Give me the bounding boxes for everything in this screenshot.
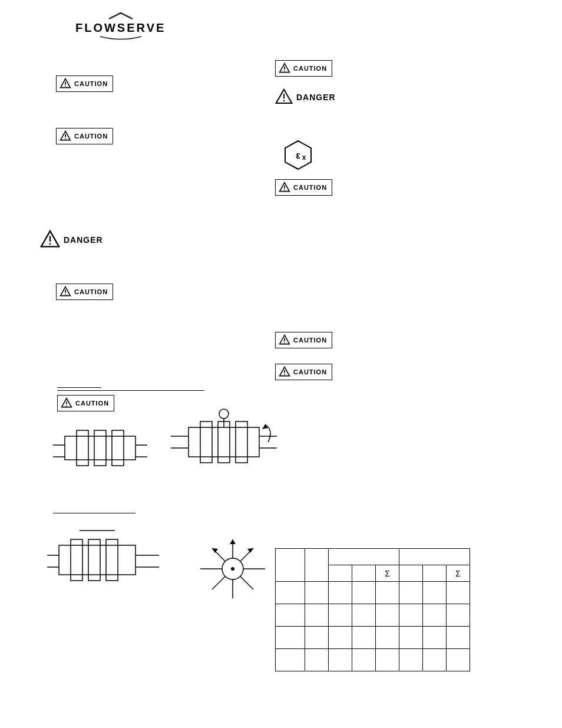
caution-label-r2: CAUTION: [293, 184, 327, 191]
table-subheader-sigma-1: Σ: [376, 565, 399, 582]
svg-point-17: [284, 189, 285, 190]
caution-label-r1: CAUTION: [293, 65, 327, 72]
table-row: [276, 582, 470, 604]
caution-triangle-icon-r4: [279, 366, 290, 378]
caution-triangle-icon-r3: [279, 334, 290, 346]
svg-point-26: [284, 342, 285, 343]
svg-marker-73: [247, 548, 253, 553]
table-cell: [447, 627, 470, 649]
valve-drawing-2-icon: [171, 407, 277, 483]
table-cell: [399, 627, 423, 649]
table-cell: [276, 582, 305, 604]
svg-point-23: [65, 294, 66, 295]
caution-triangle-icon: [59, 78, 71, 90]
caution-label-r4: CAUTION: [293, 368, 327, 375]
table-cell: [423, 627, 447, 649]
table-row: [276, 649, 470, 671]
logo: FLOWSERVE: [75, 11, 166, 41]
danger-badge-left: DANGER: [40, 230, 103, 250]
table-cell: [276, 604, 305, 627]
table-subheader-sigma-2: Σ: [447, 565, 470, 582]
table-row: [276, 604, 470, 627]
table-cell: [276, 649, 305, 671]
svg-point-2: [65, 85, 66, 87]
table-cell: [423, 604, 447, 627]
sigma-symbol-1: Σ: [385, 569, 390, 578]
svg-rect-34: [77, 430, 88, 466]
table-cell: [305, 649, 329, 671]
table-cell: [376, 582, 399, 604]
svg-line-68: [240, 577, 253, 589]
svg-rect-35: [94, 430, 106, 466]
technical-drawing-1: [53, 419, 147, 480]
caution-label-3: CAUTION: [74, 288, 108, 295]
table-cell: [352, 627, 376, 649]
danger-triangle-icon-r1: [275, 88, 293, 106]
table-cell: [423, 649, 447, 671]
table-cell: [399, 649, 423, 671]
table-cell: [376, 604, 399, 627]
table-cell: [305, 627, 329, 649]
svg-marker-71: [230, 539, 236, 544]
table-cell: [447, 649, 470, 671]
table-subheader-4: [423, 565, 447, 582]
danger-triangle-icon-left: [40, 230, 60, 250]
caution-badge-1: CAUTION: [56, 75, 113, 92]
svg-point-62: [231, 567, 234, 571]
table-cell: [305, 604, 329, 627]
caution-label-4: CAUTION: [75, 400, 109, 407]
divider-line-2: [57, 390, 204, 391]
logo-text: FLOWSERVE: [75, 21, 166, 35]
table-cell: [447, 582, 470, 604]
logo-chevron-icon: [103, 11, 138, 21]
table-cell: [352, 604, 376, 627]
data-table-container: Σ Σ: [275, 548, 470, 671]
caution-badge-2: CAUTION: [56, 128, 113, 144]
table-cell: [305, 582, 329, 604]
table-cell: [329, 582, 352, 604]
table-cell: [423, 582, 447, 604]
caution-label-1: CAUTION: [74, 80, 108, 87]
caution-triangle-icon-r1: [279, 62, 290, 74]
caution-badge-right-4: CAUTION: [275, 364, 332, 380]
svg-point-11: [283, 100, 285, 102]
valve-drawing-3-icon: [47, 525, 159, 595]
svg-marker-72: [212, 548, 218, 553]
table-cell: [329, 627, 352, 649]
caution-triangle-icon-r2: [279, 182, 290, 193]
table-cell: [376, 627, 399, 649]
technical-drawing-2: [171, 407, 277, 486]
danger-badge-right-1: DANGER: [275, 88, 336, 106]
table-header-group1: [329, 549, 399, 565]
svg-rect-36: [112, 430, 124, 466]
caution-triangle-icon-2: [59, 130, 71, 142]
table-cell: [447, 604, 470, 627]
danger-label-left: DANGER: [64, 235, 103, 245]
table-header-group2: [399, 549, 470, 565]
data-table: Σ Σ: [275, 548, 470, 671]
logo-swoosh-icon: [97, 35, 144, 41]
table-cell: [399, 582, 423, 604]
svg-point-8: [284, 70, 285, 71]
svg-text:ε: ε: [296, 150, 300, 160]
sigma-symbol-2: Σ: [455, 569, 461, 578]
caution-triangle-icon-3: [59, 286, 71, 298]
svg-point-41: [219, 409, 229, 419]
technical-drawing-4: [189, 528, 277, 607]
table-subheader-3: [399, 565, 423, 582]
svg-point-5: [65, 138, 66, 139]
divider-line-1: [57, 387, 101, 388]
ex-hexagon-icon: ε x: [282, 139, 315, 172]
table-cell: [399, 604, 423, 627]
table-cell: [276, 627, 305, 649]
caution-badge-3: CAUTION: [56, 284, 113, 300]
table-header-col1: [276, 549, 305, 582]
rotary-drawing-icon: [189, 528, 277, 604]
caution-badge-right-3: CAUTION: [275, 332, 332, 348]
svg-point-29: [284, 374, 285, 375]
technical-drawing-3: [47, 525, 159, 598]
danger-label-r1: DANGER: [296, 93, 336, 102]
table-cell: [376, 649, 399, 671]
table-subheader-1: [329, 565, 352, 582]
svg-rect-33: [65, 436, 135, 460]
